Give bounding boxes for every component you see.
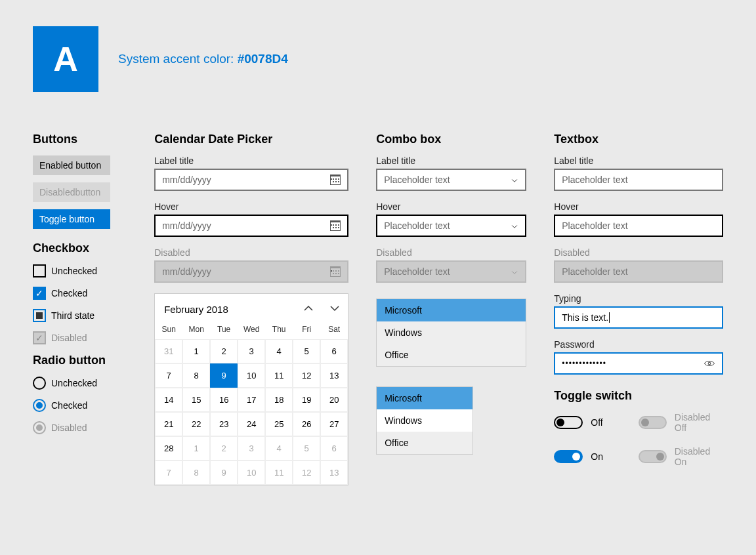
chevron-down-icon xyxy=(511,176,518,184)
accent-swatch: A xyxy=(33,26,98,92)
calendar-day[interactable]: 5 xyxy=(293,436,320,461)
combo-item[interactable]: Windows xyxy=(377,321,526,344)
calendar-day[interactable]: 25 xyxy=(265,412,293,436)
calendar-day[interactable]: 16 xyxy=(210,388,238,412)
calendar-day[interactable]: 31 xyxy=(155,339,182,363)
radio-title: Radio button xyxy=(33,354,127,367)
textbox-placeholder: Placeholder text xyxy=(562,220,627,231)
calendar-input-default[interactable]: mm/dd/yyyy xyxy=(154,169,348,191)
calendar-body[interactable]: 3112345678910111213141516171819202122232… xyxy=(155,339,348,485)
calendar-icon xyxy=(330,220,341,231)
calendar-day[interactable]: 7 xyxy=(155,363,182,388)
calendar-day[interactable]: 10 xyxy=(238,461,265,485)
calendar-day[interactable]: 8 xyxy=(182,461,210,485)
calendar-day[interactable]: 2 xyxy=(210,436,238,461)
calendar-day[interactable]: 4 xyxy=(265,436,293,461)
combo-item[interactable]: Office xyxy=(377,344,526,366)
combo-item[interactable]: Microsoft xyxy=(377,299,526,321)
checkbox-checked-label: Checked xyxy=(51,288,87,298)
chevron-down-icon xyxy=(511,268,518,276)
dow: Sat xyxy=(320,322,348,339)
eye-icon[interactable] xyxy=(704,358,715,369)
checkbox-third-state[interactable] xyxy=(33,309,46,322)
calendar-day[interactable]: 11 xyxy=(265,363,293,388)
combo-hover-label: Hover xyxy=(376,201,526,212)
checkbox-disabled: ✓ xyxy=(33,331,46,344)
textbox-placeholder: Placeholder text xyxy=(562,266,627,277)
calendar-placeholder: mm/dd/yyyy xyxy=(162,266,211,277)
calendar-day[interactable]: 22 xyxy=(182,412,210,436)
combo-disabled: Placeholder text xyxy=(376,260,526,283)
calendar-day[interactable]: 20 xyxy=(320,388,348,412)
header: A System accent color: #0078D4 xyxy=(33,26,723,92)
enabled-button[interactable]: Enabled button xyxy=(33,155,110,175)
combo-list-small[interactable]: Microsoft Windows Office xyxy=(376,386,473,455)
calendar-day[interactable]: 24 xyxy=(238,412,265,436)
calendar-day[interactable]: 12 xyxy=(293,461,320,485)
toggle-button[interactable]: Toggle button xyxy=(33,209,110,229)
radio-checked-label: Checked xyxy=(51,400,87,411)
toggle-on[interactable] xyxy=(554,450,583,463)
calendar-day[interactable]: 2 xyxy=(210,339,238,363)
calendar-input-hover[interactable]: mm/dd/yyyy xyxy=(154,215,348,237)
dow: Mon xyxy=(182,322,210,339)
buttons-title: Buttons xyxy=(33,133,127,146)
calendar-day[interactable]: 17 xyxy=(238,388,265,412)
calendar-day[interactable]: 6 xyxy=(320,436,348,461)
combo-list-large[interactable]: Microsoft Windows Office xyxy=(376,298,526,367)
radio-checked[interactable] xyxy=(33,399,46,412)
combo-item[interactable]: Office xyxy=(377,432,472,454)
calendar-day[interactable]: 27 xyxy=(320,412,348,436)
checkbox-title: Checkbox xyxy=(33,241,127,255)
calendar-day[interactable]: 26 xyxy=(293,412,320,436)
combo-hover[interactable]: Placeholder text xyxy=(376,215,526,237)
calendar-day[interactable]: 6 xyxy=(320,339,348,363)
calendar-day[interactable]: 18 xyxy=(265,388,293,412)
calendar-day[interactable]: 3 xyxy=(238,339,265,363)
calendar-day[interactable]: 3 xyxy=(238,436,265,461)
calendar-day[interactable]: 14 xyxy=(155,388,182,412)
checkbox-unchecked[interactable] xyxy=(33,264,46,278)
calendar-flyout[interactable]: February 2018 Sun Mon Tue Wed xyxy=(154,293,348,485)
calendar-day[interactable]: 1 xyxy=(182,436,210,461)
radio-unchecked[interactable] xyxy=(33,377,46,390)
password-input[interactable]: ••••••••••••• xyxy=(554,352,723,375)
calendar-day[interactable]: 28 xyxy=(155,436,182,461)
calendar-day[interactable]: 23 xyxy=(210,412,238,436)
calendar-day[interactable]: 1 xyxy=(182,339,210,363)
toggle-disabled-off-label: Disabled Off xyxy=(675,412,723,433)
check-icon: ✓ xyxy=(35,289,43,298)
accent-hex: #0078D4 xyxy=(238,52,288,66)
calendar-day[interactable]: 9 xyxy=(210,461,238,485)
chevron-down-icon[interactable] xyxy=(329,303,340,316)
textbox-placeholder: Placeholder text xyxy=(562,175,627,185)
calendar-day[interactable]: 7 xyxy=(155,461,182,485)
calendar-day[interactable]: 13 xyxy=(320,461,348,485)
calendar-day[interactable]: 11 xyxy=(265,461,293,485)
calendar-day[interactable]: 13 xyxy=(320,363,348,388)
calendar-day[interactable]: 4 xyxy=(265,339,293,363)
calendar-day[interactable]: 10 xyxy=(238,363,265,388)
chevron-up-icon[interactable] xyxy=(303,303,314,316)
calendar-day[interactable]: 21 xyxy=(155,412,182,436)
calendar-day[interactable]: 15 xyxy=(182,388,210,412)
checkbox-checked[interactable]: ✓ xyxy=(33,287,46,300)
calendar-day[interactable]: 9 xyxy=(210,363,238,388)
calendar-day[interactable]: 5 xyxy=(293,339,320,363)
toggle-off[interactable] xyxy=(554,416,583,429)
calendar-label-title: Label title xyxy=(154,155,348,166)
textbox-hover[interactable]: Placeholder text xyxy=(554,215,723,237)
textbox-typing[interactable]: This is text. xyxy=(554,306,723,329)
calendar-disabled-label: Disabled xyxy=(154,247,348,258)
calendar-day[interactable]: 12 xyxy=(293,363,320,388)
textbox-default[interactable]: Placeholder text xyxy=(554,169,723,191)
combo-item[interactable]: Windows xyxy=(377,409,472,432)
calendar-day[interactable]: 8 xyxy=(182,363,210,388)
calendar-month[interactable]: February 2018 xyxy=(164,304,228,315)
combo-default[interactable]: Placeholder text xyxy=(376,169,526,191)
combo-title: Combo box xyxy=(376,133,526,146)
combo-item[interactable]: Microsoft xyxy=(377,387,472,409)
calendar-day[interactable]: 19 xyxy=(293,388,320,412)
svg-point-0 xyxy=(708,362,711,365)
password-mask: ••••••••••••• xyxy=(562,359,606,368)
